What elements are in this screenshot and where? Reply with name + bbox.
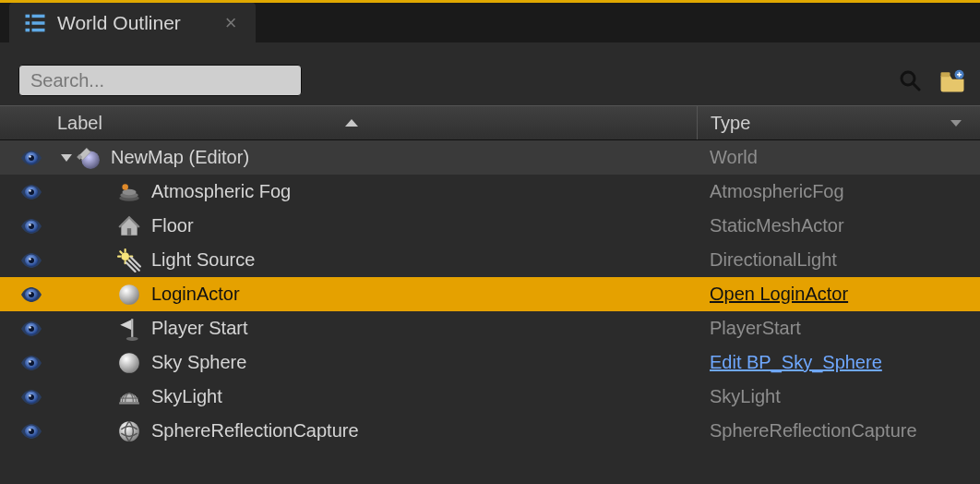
visibility-toggle[interactable] <box>18 321 44 337</box>
actor-type[interactable]: Edit BP_Sky_Sphere <box>697 352 882 373</box>
dome-icon <box>116 384 142 410</box>
visibility-toggle[interactable] <box>18 389 44 405</box>
visibility-toggle[interactable] <box>18 150 44 166</box>
house-icon <box>116 213 142 239</box>
tab-bar: World Outliner × <box>0 0 980 42</box>
world-icon <box>76 145 102 171</box>
actor-label: SkyLight <box>151 386 222 407</box>
actor-label: Floor <box>151 215 194 236</box>
tab-title: World Outliner <box>57 12 181 34</box>
list-icon <box>22 10 48 36</box>
visibility-toggle[interactable] <box>18 423 44 440</box>
actor-row[interactable]: Player StartPlayerStart <box>0 311 980 345</box>
type-column-header[interactable]: Type <box>697 106 980 139</box>
actor-type: StaticMeshActor <box>697 215 844 236</box>
actor-label: Atmospheric Fog <box>151 181 291 202</box>
sphere-icon <box>116 350 142 376</box>
sort-ascending-icon <box>345 119 358 127</box>
actor-list: NewMap (Editor)WorldAtmospheric FogAtmos… <box>0 140 980 448</box>
visibility-toggle[interactable] <box>18 252 44 269</box>
actor-label: LoginActor <box>151 284 240 305</box>
column-header[interactable]: Label Type <box>0 105 980 140</box>
flag-icon <box>116 316 142 342</box>
visibility-toggle[interactable] <box>18 218 44 235</box>
actor-row[interactable]: SkyLightSkyLight <box>0 380 980 414</box>
reflect-icon <box>116 418 142 444</box>
actor-row[interactable]: NewMap (Editor)World <box>0 140 980 175</box>
actor-row[interactable]: LoginActorOpen LoginActor <box>0 277 980 311</box>
expand-toggle[interactable] <box>61 154 72 162</box>
actor-label: Sky Sphere <box>151 352 246 373</box>
visibility-toggle[interactable] <box>18 355 44 371</box>
tab-world-outliner[interactable]: World Outliner × <box>9 3 256 42</box>
actor-label: NewMap (Editor) <box>111 147 249 168</box>
actor-row[interactable]: FloorStaticMeshActor <box>0 209 980 243</box>
close-icon[interactable]: × <box>225 13 237 33</box>
search-input[interactable] <box>18 65 302 96</box>
actor-type: World <box>697 147 758 168</box>
actor-type: AtmosphericFog <box>697 181 844 202</box>
world-outliner-panel: Label Type NewMap (Editor)WorldAtmospher… <box>0 42 980 484</box>
search-icon <box>899 69 921 91</box>
column-menu-icon[interactable] <box>950 120 962 127</box>
actor-label: Player Start <box>151 318 247 339</box>
actor-type: SphereReflectionCapture <box>697 420 917 442</box>
label-column-header[interactable]: Label <box>18 113 697 134</box>
actor-type: PlayerStart <box>697 318 801 339</box>
actor-row[interactable]: Atmospheric FogAtmosphericFog <box>0 175 980 209</box>
visibility-toggle[interactable] <box>18 184 44 200</box>
new-folder-button[interactable] <box>936 65 969 96</box>
actor-type[interactable]: Open LoginActor <box>697 284 848 305</box>
actor-type: SkyLight <box>697 386 781 407</box>
fog-icon <box>116 179 142 205</box>
actor-row[interactable]: SphereReflectionCaptureSphereReflectionC… <box>0 414 980 448</box>
actor-label: Light Source <box>151 249 255 271</box>
actor-row[interactable]: Light SourceDirectionalLight <box>0 243 980 277</box>
actor-label: SphereReflectionCapture <box>151 420 359 442</box>
light-icon <box>116 248 142 273</box>
actor-row[interactable]: Sky SphereEdit BP_Sky_Sphere <box>0 345 980 380</box>
visibility-toggle[interactable] <box>18 286 44 303</box>
sphere-icon <box>116 282 142 308</box>
actor-type: DirectionalLight <box>697 249 837 271</box>
